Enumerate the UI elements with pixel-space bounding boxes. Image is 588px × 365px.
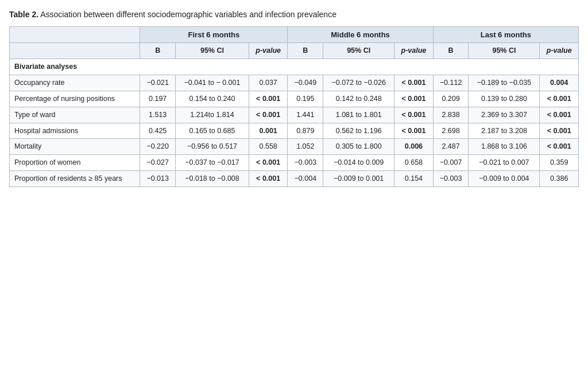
cell-b-g2-r5: 1.052 <box>288 139 323 155</box>
cell-pval-g1-r4: 0.001 <box>249 123 288 139</box>
cell-b-g3-r7: −0.003 <box>433 171 469 187</box>
cell-ci-g2-r2: 0.142 to 0.248 <box>323 91 394 107</box>
cell-pval-g2-r2: < 0.001 <box>394 91 434 107</box>
cell-b-g1-r7: −0.013 <box>140 171 176 187</box>
cell-b-g3-r6: −0.007 <box>433 155 469 171</box>
cell-pval-g3-r5: < 0.001 <box>540 139 579 155</box>
cell-pval-g1-r3: < 0.001 <box>249 107 288 123</box>
table-row: Occupancy rate−0.021−0.041 to − 0.0010.0… <box>10 75 579 91</box>
sub-header-pval3: p-value <box>540 43 579 59</box>
row-label: Proportion of women <box>10 155 140 171</box>
cell-pval-g2-r6: 0.658 <box>394 155 434 171</box>
cell-pval-g3-r3: < 0.001 <box>540 107 579 123</box>
cell-b-g1-r6: −0.027 <box>140 155 176 171</box>
sub-header-ci1: 95% CI <box>176 43 249 59</box>
cell-b-g3-r3: 2.838 <box>433 107 469 123</box>
cell-b-g2-r7: −0.004 <box>288 171 323 187</box>
cell-pval-g1-r2: < 0.001 <box>249 91 288 107</box>
row-label: Proportion of residents ≥ 85 years <box>10 171 140 187</box>
table-row: Mortality−0.220−0.956 to 0.5170.5581.052… <box>10 139 579 155</box>
cell-b-g3-r2: 0.209 <box>433 91 469 107</box>
cell-b-g1-r2: 0.197 <box>140 91 176 107</box>
cell-pval-g2-r3: < 0.001 <box>394 107 434 123</box>
cell-pval-g2-r1: < 0.001 <box>394 75 434 91</box>
cell-pval-g1-r7: < 0.001 <box>249 171 288 187</box>
empty-header-cell <box>10 26 140 43</box>
sub-header-ci2: 95% CI <box>323 43 394 59</box>
row-label: Mortality <box>10 139 140 155</box>
table-row: Proportion of women−0.027−0.037 to −0.01… <box>10 155 579 171</box>
cell-ci-g1-r4: 0.165 to 0.685 <box>176 123 249 139</box>
cell-b-g1-r4: 0.425 <box>140 123 176 139</box>
cell-ci-g2-r6: −0.014 to 0.009 <box>323 155 394 171</box>
cell-ci-g2-r4: 0.562 to 1.196 <box>323 123 394 139</box>
cell-ci-g3-r6: −0.021 to 0.007 <box>469 155 540 171</box>
cell-ci-g1-r1: −0.041 to − 0.001 <box>176 75 249 91</box>
row-label: Type of ward <box>10 107 140 123</box>
table-row: Percentage of nursing positions0.1970.15… <box>10 91 579 107</box>
sub-header-b1: B <box>140 43 176 59</box>
group-header-row: First 6 months Middle 6 months Last 6 mo… <box>10 26 579 43</box>
section-header-label: Bivariate analyses <box>10 59 579 75</box>
cell-ci-g3-r3: 2.369 to 3.307 <box>469 107 540 123</box>
cell-pval-g1-r6: < 0.001 <box>249 155 288 171</box>
cell-ci-g3-r4: 2.187 to 3.208 <box>469 123 540 139</box>
cell-b-g2-r4: 0.879 <box>288 123 323 139</box>
cell-ci-g3-r2: 0.139 to 0.280 <box>469 91 540 107</box>
cell-ci-g2-r7: −0.009 to 0.001 <box>323 171 394 187</box>
row-label: Percentage of nursing positions <box>10 91 140 107</box>
cell-pval-g3-r6: 0.359 <box>540 155 579 171</box>
section-header-row: Bivariate analyses <box>10 59 579 75</box>
empty-subheader-cell <box>10 43 140 59</box>
cell-ci-g2-r1: −0.072 to −0.026 <box>323 75 394 91</box>
cell-ci-g2-r5: 0.305 to 1.800 <box>323 139 394 155</box>
cell-pval-g3-r7: 0.386 <box>540 171 579 187</box>
cell-ci-g3-r1: −0.189 to −0.035 <box>469 75 540 91</box>
cell-pval-g1-r1: 0.037 <box>249 75 288 91</box>
cell-ci-g1-r3: 1.214to 1.814 <box>176 107 249 123</box>
cell-b-g1-r5: −0.220 <box>140 139 176 155</box>
table-row: Type of ward1.5131.214to 1.814< 0.0011.4… <box>10 107 579 123</box>
cell-ci-g1-r6: −0.037 to −0.017 <box>176 155 249 171</box>
cell-b-g2-r3: 1.441 <box>288 107 323 123</box>
sub-header-ci3: 95% CI <box>469 43 540 59</box>
table-title: Table 2. Association between different s… <box>9 9 579 21</box>
cell-ci-g2-r3: 1.081 to 1.801 <box>323 107 394 123</box>
cell-pval-g2-r7: 0.154 <box>394 171 434 187</box>
cell-b-g1-r3: 1.513 <box>140 107 176 123</box>
cell-pval-g3-r2: < 0.001 <box>540 91 579 107</box>
table-row: Proportion of residents ≥ 85 years−0.013… <box>10 171 579 187</box>
sub-header-row: B 95% CI p-value B 95% CI p-value B 95% … <box>10 43 579 59</box>
sub-header-b3: B <box>433 43 469 59</box>
cell-ci-g1-r5: −0.956 to 0.517 <box>176 139 249 155</box>
row-label: Occupancy rate <box>10 75 140 91</box>
cell-pval-g1-r5: 0.558 <box>249 139 288 155</box>
sub-header-b2: B <box>288 43 323 59</box>
cell-b-g3-r5: 2.487 <box>433 139 469 155</box>
group-header-last-6: Last 6 months <box>433 26 578 43</box>
cell-b-g2-r6: −0.003 <box>288 155 323 171</box>
sub-header-pval1: p-value <box>249 43 288 59</box>
row-label: Hospital admissions <box>10 123 140 139</box>
cell-ci-g1-r2: 0.154 to 0.240 <box>176 91 249 107</box>
cell-ci-g3-r7: −0.009 to 0.004 <box>469 171 540 187</box>
cell-b-g2-r2: 0.195 <box>288 91 323 107</box>
table-title-text: Association between different sociodemog… <box>38 10 336 19</box>
group-header-first-6: First 6 months <box>140 26 288 43</box>
main-table: First 6 months Middle 6 months Last 6 mo… <box>9 26 579 187</box>
cell-pval-g2-r4: < 0.001 <box>394 123 434 139</box>
cell-ci-g1-r7: −0.018 to −0.008 <box>176 171 249 187</box>
table-row: Hospital admissions0.4250.165 to 0.6850.… <box>10 123 579 139</box>
sub-header-pval2: p-value <box>394 43 434 59</box>
cell-pval-g2-r5: 0.006 <box>394 139 434 155</box>
cell-b-g2-r1: −0.049 <box>288 75 323 91</box>
cell-b-g3-r4: 2.698 <box>433 123 469 139</box>
cell-pval-g3-r4: < 0.001 <box>540 123 579 139</box>
group-header-middle-6: Middle 6 months <box>288 26 433 43</box>
table-title-prefix: Table 2. <box>9 10 38 19</box>
cell-pval-g3-r1: 0.004 <box>540 75 579 91</box>
cell-b-g3-r1: −0.112 <box>433 75 469 91</box>
cell-b-g1-r1: −0.021 <box>140 75 176 91</box>
cell-ci-g3-r5: 1.868 to 3.106 <box>469 139 540 155</box>
